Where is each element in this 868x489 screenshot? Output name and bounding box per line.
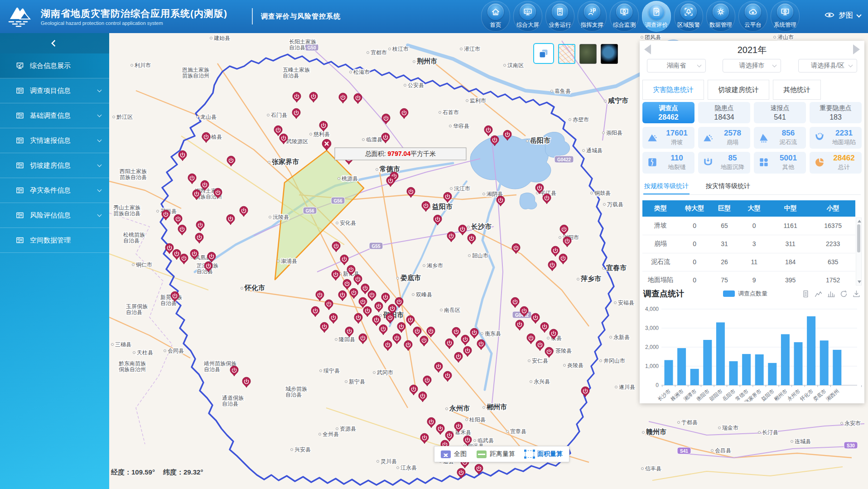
- bar-长沙市[interactable]: [665, 360, 673, 385]
- x-tick-label: 湘潭市: [682, 388, 697, 402]
- x-tick-label: 永州市: [786, 388, 801, 402]
- map-place-label: 赣州市: [646, 428, 666, 436]
- scroll-down-icon[interactable]: [858, 281, 861, 283]
- tab-1[interactable]: 灾害隐患统计: [642, 80, 704, 100]
- bar-张家界市[interactable]: [755, 354, 764, 385]
- bar-常德市[interactable]: [742, 354, 751, 385]
- hazard-cards-row2: 110地裂缝85地面沉降5001其他28462总计: [642, 152, 862, 174]
- sidebar-collapse-button[interactable]: [0, 33, 109, 53]
- hazard-card-value: 856: [782, 129, 795, 137]
- table-scrollbar[interactable]: [856, 218, 862, 286]
- map-place-label: 南岳区: [444, 307, 460, 313]
- map-place-label: 灵川县: [381, 458, 397, 465]
- summary-card-3[interactable]: 速报点541: [754, 102, 806, 123]
- summary-card-1[interactable]: 调查点28462: [642, 102, 694, 123]
- fullview-label: 全图: [454, 450, 467, 458]
- bar-岳阳市[interactable]: [729, 361, 738, 385]
- bar-怀化市[interactable]: [807, 316, 815, 385]
- next-year-button[interactable]: [853, 44, 860, 54]
- subtab-2[interactable]: 按灾情等级统计: [705, 179, 751, 194]
- nav-item-label: 云平台: [744, 21, 762, 29]
- nav-item-gear[interactable]: 数据管理: [706, 1, 735, 32]
- hazard-card-pie[interactable]: 28462总计: [810, 152, 862, 174]
- sidebar-item-6[interactable]: 孕灾条件信息: [0, 178, 109, 203]
- table-icon: [15, 86, 24, 95]
- tab-2[interactable]: 切坡建房统计: [708, 80, 769, 100]
- subtab-1[interactable]: 按规模等级统计: [643, 179, 690, 194]
- bar-衡阳市[interactable]: [703, 340, 712, 385]
- map-place-label: 公安县: [408, 82, 424, 88]
- grid-icon: [758, 156, 770, 169]
- username: 梦图: [839, 11, 853, 20]
- sidebar-item-1[interactable]: 综合信息展示: [0, 53, 109, 78]
- fullview-button[interactable]: 全图: [441, 450, 467, 458]
- sidebar-item-3[interactable]: 基础调查信息: [0, 103, 109, 128]
- hazard-card-label: 地面塌陷: [832, 138, 856, 146]
- sidebar-item-7[interactable]: 风险评估信息: [0, 203, 109, 228]
- user-menu[interactable]: 梦图: [825, 11, 861, 20]
- map-place-label: 长沙市: [471, 223, 492, 230]
- sidebar-item-label: 基础调查信息: [30, 111, 71, 120]
- sidebar-item-label: 孕灾条件信息: [30, 186, 71, 195]
- sidebar-item-2[interactable]: 调查项目信息: [0, 78, 109, 103]
- bar-邵阳市[interactable]: [716, 322, 725, 385]
- chevron-down-icon: [97, 113, 102, 117]
- latitude-value: 纬度：29.32°: [163, 468, 203, 477]
- scrollbar-thumb[interactable]: [857, 224, 860, 252]
- map-place-label: 常德市: [379, 165, 400, 173]
- hazard-card-grid[interactable]: 5001其他: [754, 152, 806, 174]
- sidebar-item-5[interactable]: 切坡建房信息: [0, 153, 109, 178]
- nav-item-doc-pen[interactable]: 调查评价: [642, 1, 671, 32]
- hazard-card-subside[interactable]: 85地面沉降: [698, 152, 750, 174]
- hazard-card-sink[interactable]: 2231地面塌陷: [810, 127, 862, 149]
- county-select[interactable]: 请选择县/区: [798, 59, 857, 73]
- nav-item-person-flag[interactable]: 指挥支撑: [578, 1, 607, 32]
- sidebar-item-8[interactable]: 空间数据管理: [0, 228, 109, 253]
- area-measure-button[interactable]: 面积量算: [525, 450, 563, 458]
- city-select[interactable]: 请选择市: [723, 59, 781, 73]
- table-icon: [15, 161, 24, 170]
- bar-chart-icon[interactable]: [827, 290, 835, 298]
- bar-郴州市[interactable]: [781, 334, 790, 385]
- map-place-label: 韶山市: [472, 252, 488, 259]
- basemap-thumb-road[interactable]: [558, 44, 575, 64]
- sidebar-item-4[interactable]: 灾情速报信息: [0, 128, 109, 153]
- hazard-card-debris[interactable]: 856泥石流: [754, 127, 806, 149]
- nav-item-screen[interactable]: 综合大屏: [513, 1, 542, 32]
- basemap-thumb-satellite[interactable]: [579, 44, 597, 64]
- bar-永州市[interactable]: [794, 342, 803, 385]
- bar-娄底市[interactable]: [820, 340, 829, 385]
- refresh-icon[interactable]: [839, 290, 848, 298]
- nav-item-home[interactable]: 首页: [481, 1, 510, 32]
- summary-card-2[interactable]: 隐患点18434: [698, 102, 750, 123]
- chart-legend[interactable]: 调查点数量: [723, 290, 767, 298]
- layers-button[interactable]: [533, 43, 554, 64]
- nav-item-monitor-gear[interactable]: 系统管理: [771, 1, 800, 32]
- data-view-icon[interactable]: [801, 290, 810, 298]
- hazard-card-slope[interactable]: 17601滑坡: [642, 127, 694, 149]
- nav-item-monitor-eye[interactable]: 综合监测: [610, 1, 639, 32]
- map-place-label: 宜都市: [371, 49, 387, 56]
- nav-item-scan-bell[interactable]: 区域预警: [674, 1, 703, 32]
- download-icon[interactable]: [852, 290, 861, 298]
- bar-益阳市[interactable]: [768, 363, 776, 385]
- bar-湘潭市[interactable]: [690, 369, 699, 385]
- map-place-label: 炎陵县: [567, 362, 583, 368]
- region-selects: 湖南省请选择市请选择县/区: [640, 59, 864, 73]
- map-place-label: 湘乡市: [426, 262, 443, 269]
- province-select[interactable]: 湖南省: [647, 59, 706, 73]
- line-chart-icon[interactable]: [814, 290, 823, 298]
- summary-card-4[interactable]: 重要隐患点183: [810, 102, 862, 123]
- scroll-up-icon[interactable]: [858, 220, 861, 223]
- bar-湘西州[interactable]: [833, 350, 841, 385]
- hazard-card-fissure[interactable]: 110地裂缝: [642, 152, 694, 174]
- bar-株洲市[interactable]: [677, 348, 686, 385]
- hazard-card-rockfall[interactable]: 2578崩塌: [698, 127, 750, 149]
- nav-item-cloud[interactable]: 云平台: [738, 1, 767, 32]
- distance-measure-button[interactable]: 距离量算: [477, 450, 515, 458]
- nav-item-box[interactable]: 业务运行: [545, 1, 574, 32]
- statistics-panel: 2021年 湖南省请选择市请选择县/区 灾害隐患统计切坡建房统计其他统计 调查点…: [640, 41, 864, 403]
- previous-year-button[interactable]: [644, 44, 651, 54]
- tab-3[interactable]: 其他统计: [773, 80, 821, 100]
- basemap-thumb-globe[interactable]: [601, 44, 618, 64]
